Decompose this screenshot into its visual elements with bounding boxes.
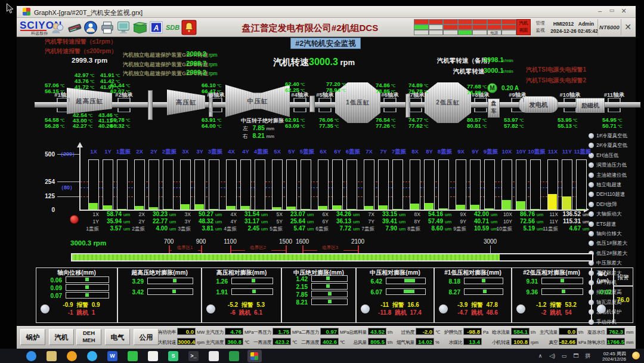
nav-button-deh[interactable]: DEHMEH xyxy=(76,329,101,345)
word-app-icon[interactable]: W xyxy=(107,351,117,361)
alarm-matrix-cell xyxy=(458,19,473,24)
gauge-indicator xyxy=(328,300,332,303)
alarm-bell-icon[interactable] xyxy=(181,20,197,35)
s-app-icon[interactable]: S xyxy=(168,351,178,361)
legend-item-label: 独立电超速 xyxy=(596,182,622,189)
reading-unit: t/h xyxy=(531,330,535,335)
vibration-table-label: 10Y xyxy=(493,219,512,224)
chart-bar-fill xyxy=(502,200,511,210)
screen: GraphX-[gra/#20T_汽机安全监视.grx] – ▭ ✕ SCIYO… xyxy=(0,0,644,363)
reading-value: 13.4 xyxy=(463,338,482,345)
toolbar-close-icon[interactable]: ✕ xyxy=(623,21,633,32)
gauge-value: 0.06 xyxy=(37,277,62,284)
chart-status-dot xyxy=(70,215,79,224)
legend-item-label: 2#冷凝真空低 xyxy=(596,142,627,149)
reading-label: 烟气氧量 xyxy=(395,339,414,346)
rpm-zone-tick xyxy=(201,245,202,253)
chart-bar-fill xyxy=(516,201,525,210)
panel-alarm-row: -3.9 报警 47.8 xyxy=(446,301,509,309)
chart-bar-fill xyxy=(89,203,98,210)
chart-bar-fill xyxy=(287,207,296,210)
alarm-matrix-cell xyxy=(472,30,487,35)
vibration-table-value: 7.72 xyxy=(329,225,351,232)
reading-unit: ℃ xyxy=(435,330,440,335)
panel-alarm-label: 报警 xyxy=(614,273,632,282)
alarm-matrix-cell xyxy=(443,24,458,30)
nav-button-汽机[interactable]: 汽机 xyxy=(49,329,74,345)
vibration-table-value: 30.23 xyxy=(145,211,168,217)
reading-label: 水煤比 xyxy=(442,339,462,346)
bearing-bracket xyxy=(209,108,222,112)
rpm-zone-tick xyxy=(169,245,170,253)
g11-speed-unit: rpm xyxy=(209,70,218,76)
speaker-icon[interactable]: ◁) xyxy=(547,352,557,360)
vibration-table-value: 7.90 xyxy=(374,225,397,232)
uhp-bottom-temp: 40.20 ℃ xyxy=(98,123,119,130)
legend-item-label: 大轴振动大 xyxy=(596,211,622,218)
panel-alarm-value: 76.0 xyxy=(614,296,632,303)
nav-button-锅炉[interactable]: 锅炉 xyxy=(20,329,45,345)
chevron-up-icon[interactable]: ∧ xyxy=(535,352,545,360)
reading-value: 43.52 xyxy=(368,328,386,335)
operator-icon[interactable] xyxy=(83,20,98,35)
terminal-icon[interactable]: >_ xyxy=(188,351,199,361)
folder-icon[interactable] xyxy=(132,20,148,35)
gauge-value: 1.42 xyxy=(283,276,308,282)
sdb-icon[interactable]: SDB xyxy=(165,21,181,33)
vibration-table-label: 11盖振 xyxy=(539,226,558,233)
document-icon[interactable] xyxy=(209,351,219,361)
alarm-matrix-cell xyxy=(472,19,487,24)
notes-app-icon[interactable] xyxy=(148,351,158,361)
vibration-table-value: 35.94 xyxy=(99,218,122,224)
mode-indicator[interactable]: 管理监视 xyxy=(532,20,548,35)
gauge-indicator xyxy=(326,276,330,280)
bearing-bracket xyxy=(564,98,577,102)
gauge-value: 8.27 xyxy=(435,289,460,296)
vibration-table-value: 33.15 xyxy=(374,211,397,217)
legend-item-label: DEH110超速 xyxy=(596,191,626,198)
close-button[interactable]: ✕ xyxy=(619,7,628,16)
tools-icon[interactable] xyxy=(67,20,82,35)
vibration-table-label: 6盖振 xyxy=(309,226,329,233)
chart-bar-fill xyxy=(273,207,281,210)
motor-current: 0.20 A xyxy=(501,85,519,91)
panel-divider xyxy=(614,285,633,287)
reading-value: 762.3 xyxy=(606,328,625,335)
nav-button-电气[interactable]: 电气 xyxy=(105,329,130,345)
weather-icon[interactable] xyxy=(632,352,640,359)
gauge-indicator xyxy=(173,279,177,282)
folder-icon[interactable] xyxy=(47,351,57,361)
chart-bar xyxy=(226,159,237,210)
chat-icon[interactable]: ▭ xyxy=(559,352,569,360)
display-icon[interactable]: 🗖 xyxy=(571,352,581,360)
bearing-bracket xyxy=(409,98,422,102)
wechat-icon[interactable] xyxy=(128,351,138,361)
nav-button-公用[interactable]: 公用 xyxy=(134,329,159,345)
reading-label: 炉膛负压 xyxy=(442,329,462,336)
users-icon[interactable] xyxy=(50,20,66,35)
ime-icon[interactable]: 拼 xyxy=(583,352,593,360)
maximize-button[interactable]: ▭ xyxy=(607,7,617,16)
reading-unit: mm xyxy=(626,340,634,345)
gauge-indicator xyxy=(172,290,176,293)
vibration-table-label: 2X xyxy=(126,211,145,217)
monitor-icon[interactable] xyxy=(116,20,131,35)
reading-unit: t/h xyxy=(388,330,392,335)
printer-icon[interactable] xyxy=(100,20,115,35)
turbine-alarm-button[interactable]: 汽机画面 xyxy=(516,19,531,35)
panel-status-dot xyxy=(516,304,525,313)
qq-icon[interactable] xyxy=(87,351,97,361)
hmi-name: HMI2012 xyxy=(550,21,577,27)
gauge-indicator xyxy=(561,279,564,282)
finance-app-icon[interactable] xyxy=(67,351,77,361)
panel-title: 轴向位移(mm) xyxy=(37,269,116,277)
chart-bar xyxy=(88,159,99,210)
cube-app-icon[interactable] xyxy=(229,351,239,361)
gauge-indicator xyxy=(326,284,330,288)
ja-icon[interactable]: A xyxy=(148,20,164,35)
minimize-button[interactable]: – xyxy=(595,7,605,16)
edge-browser-icon[interactable] xyxy=(26,351,36,361)
chart-bar-fill xyxy=(456,205,465,210)
ip-expansion-right: 右 8.21 mm xyxy=(243,132,274,140)
bearing-temp: 50.71 ℃ xyxy=(602,123,623,130)
